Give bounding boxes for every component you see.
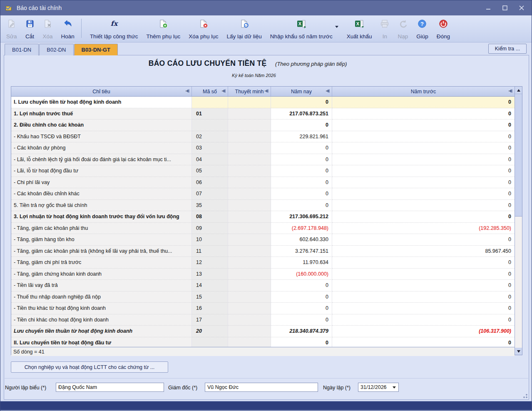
power-icon [439, 18, 448, 29]
row-note [228, 234, 271, 246]
svg-text:X: X [356, 21, 360, 26]
table-row[interactable]: - Thuế thu nhập doanh nghiệp đã nộp1500 [11, 291, 515, 303]
check-button[interactable]: Kiểm tra ... [488, 44, 527, 54]
toolbar-button-power[interactable]: Đóng [433, 17, 454, 41]
row-current-year: (2.697.178.948) [271, 223, 332, 234]
table-row[interactable]: 2. Điều chỉnh cho các khoản00 [11, 120, 515, 131]
toolbar-button-fx[interactable]: fxThiết lập công thức [86, 17, 142, 41]
titlebar: Báo cáo tài chính [0, 0, 532, 15]
resize-grip[interactable] [522, 393, 528, 399]
tab-b01-dn[interactable]: B01-DN [5, 44, 39, 55]
table-row[interactable]: 5. Tiền trả nợ gốc thuê tài chính3500 [11, 200, 515, 212]
tab-b02-dn[interactable]: B02-DN [39, 44, 73, 55]
toolbar-button-excel-export[interactable]: XXuất khẩu [343, 17, 376, 41]
report-panel: BÁO CÁO LƯU CHUYỂN TIỀN TỆ (Theo phương … [4, 55, 529, 400]
row-label: - Tăng, giảm chứng khoán kinh doanh [11, 269, 192, 280]
arrow-up-icon [517, 89, 520, 92]
toolbar-button-save[interactable]: Cắt [21, 17, 39, 41]
minimize-button[interactable] [485, 5, 492, 11]
table-row[interactable]: Lưu chuyển tiền thuần từ hoạt động kinh … [11, 326, 515, 337]
row-note [228, 246, 271, 257]
pin-icon[interactable] [265, 89, 269, 93]
row-note [228, 291, 271, 303]
scroll-down-button[interactable] [515, 348, 522, 355]
row-count-label: Số dòng = 41 [13, 349, 45, 355]
scroll-up-button[interactable] [515, 87, 522, 94]
scrollbar-thumb[interactable] [515, 94, 522, 217]
toolbar-button-label: Đóng [437, 33, 450, 40]
table-row[interactable]: - Tăng, giảm các khoản phải thu09(2.697.… [11, 223, 515, 234]
table-row[interactable]: 1. Lợi nhuận trước thuế01217.076.873.251… [11, 108, 515, 120]
toolbar-button-doc-refresh[interactable]: Lấy lại dữ liệu [223, 17, 266, 41]
table-row[interactable]: - Tiền lãi vay đã trả1400 [11, 280, 515, 291]
pin-icon[interactable] [326, 89, 331, 93]
toolbar-button-doc-add[interactable]: Thêm phụ lục [142, 17, 184, 41]
toolbar: SửaCắtXóaHoànfxThiết lập công thứcThêm p… [0, 15, 532, 42]
row-previous-year: 0 [332, 314, 515, 326]
row-note [228, 211, 271, 223]
dropdown-caret-icon[interactable] [335, 26, 338, 28]
row-note [228, 97, 271, 108]
table-row[interactable]: - Tăng, giảm chứng khoán kinh doanh13(16… [11, 269, 515, 280]
table-row[interactable]: - Tăng, giảm chi phí trả trước1211.970.6… [11, 257, 515, 269]
close-button[interactable] [518, 5, 525, 11]
doc-add-icon [159, 18, 168, 29]
toolbar-button-help[interactable]: ?Giúp [412, 17, 433, 41]
row-previous-year: 0 [332, 131, 515, 143]
excel-import-icon: X [296, 18, 306, 29]
table-row[interactable]: - Các khoản dự phòng0300 [11, 142, 515, 154]
pin-icon[interactable] [509, 89, 513, 93]
column-header-chỉ-tiêu[interactable]: Chỉ tiêu [11, 87, 192, 96]
vertical-scrollbar[interactable] [515, 87, 522, 355]
table-row[interactable]: - Các khoản điều chỉnh khác0700 [11, 188, 515, 200]
maximize-button[interactable] [502, 5, 508, 11]
row-previous-year: 0 [332, 337, 515, 347]
row-note [228, 326, 271, 337]
row-current-year: 0 [271, 314, 332, 326]
pin-icon[interactable] [222, 89, 226, 93]
row-label: 1. Lợi nhuận trước thuế [11, 108, 192, 120]
table-row[interactable]: - Lãi, lỗ từ hoạt động đầu tư0500 [11, 165, 515, 177]
table-row[interactable]: II. Lưu chuyển tiền từ hoạt động đầu tư0… [11, 337, 515, 347]
row-code: 07 [192, 188, 228, 200]
grid-body: I. Lưu chuyển tiền từ hoạt động kinh doa… [11, 97, 515, 347]
table-row[interactable]: 3. Lợi nhuận từ hoạt động kinh doanh trư… [11, 211, 515, 223]
scrollbar-track[interactable] [515, 217, 522, 348]
date-select[interactable]: 31/12/2026 [358, 383, 399, 392]
toolbar-button-doc-remove[interactable]: Xóa phụ lục [184, 17, 222, 41]
table-row[interactable]: - Chi phí lãi vay0600 [11, 177, 515, 189]
table-row[interactable]: I. Lưu chuyển tiền từ hoạt động kinh doa… [11, 97, 515, 108]
column-header-label: Thuyết minh [235, 89, 264, 95]
row-previous-year: 0 [332, 120, 515, 131]
column-header-năm-nay[interactable]: Năm nay [271, 87, 332, 96]
column-header-năm-trước[interactable]: Năm trước [332, 87, 515, 96]
preparer-input[interactable] [56, 383, 164, 392]
tab-b03-dn-gt[interactable]: B03-DN-GT [74, 44, 118, 55]
toolbar-button-printer: In [376, 17, 393, 41]
column-header-mã-số[interactable]: Mã số [192, 87, 228, 96]
column-header-thuyết-minh[interactable]: Thuyết minh [228, 87, 271, 96]
grid-header: Chỉ tiêuMã sốThuyết minhNăm nayNăm trước [11, 87, 515, 97]
row-code: 11 [192, 246, 228, 257]
toolbar-button-excel-import[interactable]: XNhập khẩu số năm trước [266, 17, 337, 41]
table-row[interactable]: - Khấu hao TSCĐ và BĐSĐT02229.821.9610 [11, 131, 515, 143]
row-label: - Tăng, giảm các khoản phải trả (không k… [11, 246, 192, 257]
toolbar-button-doc-edit: Sửa [2, 17, 21, 41]
report-title: BÁO CÁO LƯU CHUYỂN TIỀN TỆ [149, 59, 267, 67]
column-header-label: Năm trước [411, 89, 436, 95]
pin-icon[interactable] [186, 89, 190, 93]
row-code [192, 120, 228, 131]
table-row[interactable]: - Lãi, lỗ chênh lệch tỷ giá hối đoái do … [11, 154, 515, 166]
toolbar-button-label: In [383, 33, 387, 40]
select-lctt-button[interactable]: Chọn nghiệp vụ và hoạt động LCTT cho các… [11, 361, 168, 373]
table-row[interactable]: - Tiền chi khác cho hoạt động kinh doanh… [11, 314, 515, 326]
director-input[interactable] [205, 383, 318, 392]
table-row[interactable]: - Tăng, giảm hàng tồn kho10602.640.3300 [11, 234, 515, 246]
row-note [228, 154, 271, 166]
date-value: 31/12/2026 [358, 384, 393, 390]
table-row[interactable]: - Tiền thu khác từ hoạt động kinh doanh1… [11, 303, 515, 314]
refresh-icon [398, 18, 408, 29]
toolbar-button-undo[interactable]: Hoàn [57, 17, 79, 41]
table-row[interactable]: - Tăng, giảm các khoản phải trả (không k… [11, 246, 515, 257]
row-note [228, 165, 271, 177]
